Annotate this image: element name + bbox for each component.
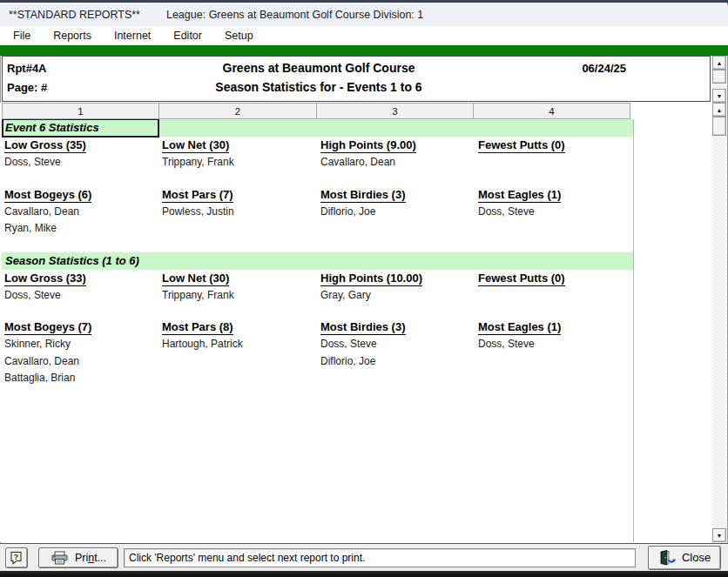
stat-group-row: Low Gross (35)Doss, SteveLow Net (30)Tri… bbox=[2, 137, 633, 172]
print-button-label: Print... bbox=[75, 552, 106, 564]
stat-cell[interactable]: Low Gross (35)Doss, Steve bbox=[2, 137, 159, 172]
stat-player-name: Powless, Justin bbox=[159, 205, 318, 222]
stat-player-name: Hartough, Patrick bbox=[159, 337, 318, 354]
stat-category-header: Most Birdies (3) bbox=[318, 319, 475, 337]
stat-player-name: Doss, Steve bbox=[318, 337, 475, 354]
menu-item-editor[interactable]: Editor bbox=[162, 28, 213, 44]
stat-cell[interactable]: Most Pars (7)Powless, Justin bbox=[159, 186, 318, 238]
stat-cell[interactable]: Most Bogeys (6)Cavallaro, DeanRyan, Mike bbox=[2, 186, 159, 238]
stat-player-name: Gray, Gary bbox=[318, 288, 475, 305]
stat-cell[interactable]: Most Bogeys (7)Skinner, RickyCavallaro, … bbox=[2, 319, 159, 388]
stat-player-name: Doss, Steve bbox=[475, 337, 633, 354]
row-spacer bbox=[2, 305, 633, 319]
grid-column-header-row: 1234 bbox=[2, 103, 630, 119]
close-button[interactable]: Close bbox=[648, 546, 721, 570]
stat-cell[interactable]: Low Net (30)Trippany, Frank bbox=[159, 137, 318, 172]
scroll-thumb[interactable] bbox=[712, 117, 726, 136]
stat-cell[interactable]: High Points (9.00)Cavallaro, Dean bbox=[318, 137, 475, 172]
exit-door-icon bbox=[658, 550, 676, 566]
stat-cell[interactable]: Low Net (30)Trippany, Frank bbox=[159, 270, 318, 305]
stat-category-header: Low Gross (35) bbox=[2, 137, 159, 155]
scroll-thumb[interactable] bbox=[712, 70, 726, 84]
stat-cell[interactable]: Most Pars (8)Hartough, Patrick bbox=[159, 319, 318, 388]
section-title: Season Statistics (1 to 6) bbox=[5, 254, 139, 267]
stat-player-name: Doss, Steve bbox=[2, 155, 159, 172]
stat-category-header: Fewest Putts (0) bbox=[475, 270, 633, 288]
grid-column-header[interactable]: 2 bbox=[158, 103, 317, 119]
stat-category-header: Low Net (30) bbox=[159, 137, 318, 155]
menu-item-reports[interactable]: Reports bbox=[42, 28, 103, 44]
scroll-up-icon[interactable]: ▲ bbox=[712, 56, 726, 70]
bottom-toolbar: ? Print... Click 'Reports' menu and sele… bbox=[0, 543, 728, 571]
grid-column-header[interactable]: 4 bbox=[473, 103, 630, 119]
stat-category-header: High Points (9.00) bbox=[318, 137, 475, 155]
row-spacer bbox=[2, 172, 633, 186]
stat-category-header: High Points (10.00) bbox=[318, 270, 475, 288]
scroll-down-icon[interactable]: ▼ bbox=[712, 89, 726, 103]
report-subtitle: Season Statistics for - Events 1 to 6 bbox=[7, 80, 630, 94]
header-scrollbar[interactable]: ▲ ▼ bbox=[712, 56, 726, 103]
status-message: Click 'Reports' menu and select next rep… bbox=[124, 548, 636, 567]
vertical-scrollbar[interactable]: ▲ ▼ bbox=[712, 103, 726, 542]
stat-player-name: Doss, Steve bbox=[475, 205, 633, 222]
stat-player-name: Doss, Steve bbox=[2, 288, 159, 305]
stat-player-name: Skinner, Ricky bbox=[2, 337, 159, 354]
grid-column-header[interactable]: 3 bbox=[316, 103, 474, 119]
menu-item-internet[interactable]: Internet bbox=[103, 28, 162, 44]
scroll-up-icon[interactable]: ▲ bbox=[712, 103, 726, 117]
stat-category-header: Low Gross (33) bbox=[2, 270, 159, 288]
stat-player-name: Trippany, Frank bbox=[159, 288, 318, 305]
menu-item-file[interactable]: File bbox=[2, 28, 42, 44]
report-title: Greens at Beaumont Golf Course bbox=[7, 61, 630, 75]
stat-group-row: Low Gross (33)Doss, SteveLow Net (30)Tri… bbox=[2, 270, 633, 305]
stat-cell[interactable]: Fewest Putts (0) bbox=[475, 137, 633, 172]
window-bottom-edge bbox=[0, 571, 728, 577]
menu-bar: FileReportsInternetEditorSetup bbox=[0, 26, 728, 45]
help-icon: ? bbox=[10, 551, 24, 565]
stat-cell[interactable]: Low Gross (33)Doss, Steve bbox=[2, 270, 159, 305]
stat-category-header: Most Eagles (1) bbox=[475, 186, 633, 205]
stat-player-name: Diflorio, Joe bbox=[318, 354, 475, 372]
stat-cell[interactable]: Most Birdies (3)Diflorio, Joe bbox=[318, 186, 475, 238]
stat-player-name: Cavallaro, Dean bbox=[2, 205, 159, 222]
section-title: Event 6 Statistics bbox=[5, 121, 99, 134]
accent-bar bbox=[0, 45, 728, 56]
stat-group-row: Most Bogeys (6)Cavallaro, DeanRyan, Mike… bbox=[2, 186, 633, 238]
stat-player-name: Battaglia, Brian bbox=[2, 371, 159, 388]
stat-category-header: Most Bogeys (6) bbox=[2, 186, 159, 205]
stat-cell[interactable]: Most Eagles (1)Doss, Steve bbox=[475, 186, 633, 238]
svg-text:?: ? bbox=[13, 552, 18, 561]
stat-category-header: Low Net (30) bbox=[159, 270, 318, 288]
section-band[interactable]: Event 6 Statistics bbox=[2, 119, 633, 137]
stat-cell[interactable]: Most Birdies (3)Doss, SteveDiflorio, Joe bbox=[318, 319, 475, 388]
stat-category-header: Most Birdies (3) bbox=[318, 186, 475, 205]
stat-category-header: Most Pars (7) bbox=[159, 186, 318, 205]
row-spacer bbox=[2, 388, 633, 402]
stat-category-header: Most Bogeys (7) bbox=[2, 319, 159, 337]
help-button[interactable]: ? bbox=[5, 547, 28, 568]
stat-cell[interactable]: High Points (10.00)Gray, Gary bbox=[318, 270, 475, 305]
menu-item-setup[interactable]: Setup bbox=[213, 28, 265, 44]
stat-group-row: Most Bogeys (7)Skinner, RickyCavallaro, … bbox=[2, 319, 633, 388]
stat-cell[interactable]: Fewest Putts (0) bbox=[475, 270, 633, 305]
stat-cell[interactable]: Most Eagles (1)Doss, Steve bbox=[475, 319, 633, 388]
stat-category-header: Most Eagles (1) bbox=[475, 319, 633, 337]
print-button[interactable]: Print... bbox=[38, 547, 118, 568]
report-content: Event 6 StatisticsLow Gross (35)Doss, St… bbox=[2, 119, 634, 542]
printer-icon bbox=[51, 551, 69, 565]
section-band[interactable]: Season Statistics (1 to 6) bbox=[2, 252, 633, 270]
report-header-pane: Rpt#4A Greens at Beaumont Golf Course 06… bbox=[2, 56, 711, 102]
scroll-down-icon[interactable]: ▼ bbox=[712, 528, 726, 542]
stat-player-name: Trippany, Frank bbox=[159, 155, 318, 172]
stat-category-header: Most Pars (8) bbox=[159, 319, 318, 337]
window-title: **STANDARD REPORTS** bbox=[9, 9, 140, 21]
stat-category-header: Fewest Putts (0) bbox=[475, 137, 633, 155]
stat-player-name: Cavallaro, Dean bbox=[318, 155, 475, 172]
close-button-label: Close bbox=[682, 551, 711, 564]
stat-player-name: Ryan, Mike bbox=[2, 221, 159, 238]
app-window: **STANDARD REPORTS** League: Greens at B… bbox=[0, 0, 728, 577]
row-spacer bbox=[2, 238, 633, 252]
report-grid-pane: 1234 Event 6 StatisticsLow Gross (35)Dos… bbox=[0, 103, 712, 542]
window-top-edge bbox=[0, 0, 728, 3]
grid-column-header[interactable]: 1 bbox=[2, 103, 159, 119]
